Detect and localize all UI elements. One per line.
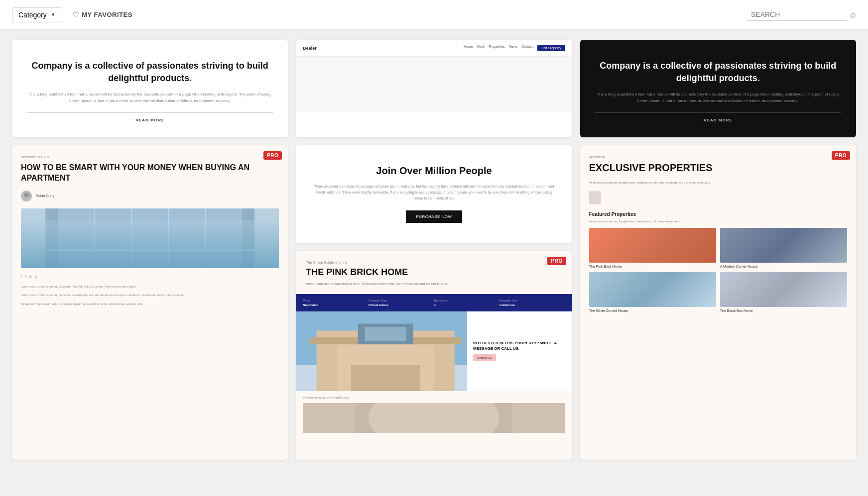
- prop-grid-name-2: A Modern Corner House: [720, 265, 847, 268]
- search-input[interactable]: [747, 8, 847, 21]
- dealer-nav-news[interactable]: News: [509, 45, 518, 51]
- exclusive-pro-badge: PRO: [832, 151, 850, 160]
- header-left: Category ▼ ♡ MY FAVORITES: [12, 7, 132, 22]
- prop-detail-bedrooms: Bedrooms 4: [434, 299, 499, 306]
- twitter-icon[interactable]: t: [25, 274, 26, 279]
- blog-lorem-long: Lorem ipsum dolor sit amet, consectetur …: [21, 293, 279, 298]
- blog-pro-badge: PRO: [263, 151, 282, 160]
- prop-contact-title: INTERESTED IN THIS PROPERTY? WRITE A MES…: [473, 341, 566, 351]
- blog-lorem-extra: Neque porro quisquam est, qui dolorem ip…: [21, 302, 279, 307]
- dealer-nav-work[interactable]: Work: [477, 45, 485, 51]
- prop-grid-item-2[interactable]: A Modern Corner House: [720, 228, 847, 268]
- favorites-button[interactable]: ♡ MY FAVORITES: [72, 10, 132, 19]
- blog-lorem-short: Lorem ipsum dolor sit amet, Consetur Adl…: [21, 285, 279, 290]
- prop-grid-img-black-box: [720, 272, 847, 307]
- dealer-nav-properties[interactable]: Properties: [489, 45, 505, 51]
- exclusive-desc: Vestibulum accumsan fringilla sem. Vesti…: [589, 181, 847, 186]
- blog-social: f t in p: [21, 274, 279, 279]
- company-black-readmore[interactable]: READ MORE: [595, 112, 841, 122]
- svg-point-1: [22, 198, 30, 201]
- prop-grid-item-4[interactable]: The Black Box Home: [720, 272, 847, 312]
- card-dealer[interactable]: Dealer Home Work Properties News Contact…: [296, 40, 572, 137]
- dealer-logo: Dealer: [303, 46, 317, 51]
- prop-footer-building: [303, 403, 565, 433]
- card-exclusive[interactable]: PRO AppInfo to EXCLUSIVE PROPERTIES Vest…: [580, 145, 856, 460]
- card-company-black[interactable]: Company is a collective of passionates s…: [580, 40, 856, 137]
- card-join[interactable]: Join Over Million People There are many …: [296, 145, 572, 243]
- prop-contact-button[interactable]: Contact Us: [473, 354, 496, 361]
- property-pro-badge: PRO: [547, 257, 566, 265]
- prop-type-label: Property Type: [369, 299, 434, 302]
- dealer-nav-contact[interactable]: Contact: [521, 45, 533, 51]
- exclusive-title: EXCLUSIVE PROPERTIES: [589, 162, 847, 174]
- prop-grid-img-modern-corner: [720, 228, 847, 263]
- svg-point-0: [24, 193, 29, 198]
- heart-icon: ♡: [72, 10, 79, 19]
- dealer-cta-button[interactable]: List Property: [537, 45, 565, 51]
- search-icon[interactable]: ⌕: [851, 9, 856, 20]
- blog-title: HOW TO BE SMART WITH YOUR MONEY WHEN BUY…: [21, 163, 279, 184]
- prop-footer: Vestibulum accumsan fringilla sem.: [296, 391, 572, 438]
- join-title: Join Over Million People: [311, 165, 557, 177]
- prop-grid-name-1: The Pink Brick Home: [589, 265, 716, 268]
- prop-detail-type: Property Type Private House: [369, 299, 434, 306]
- prop-image-section: INTERESTED IN THIS PROPERTY? WRITE A MES…: [296, 311, 572, 391]
- chevron-down-icon: ▼: [51, 12, 56, 17]
- dealer-body: [296, 57, 572, 111]
- main-grid: Company is a collective of passionates s…: [0, 30, 868, 470]
- dealer-nav: Home Work Properties News Contact List P…: [464, 45, 565, 51]
- prop-house-image: [296, 311, 475, 391]
- prop-desc: Vestibulum accumsan fringilla sem. Vesti…: [306, 282, 562, 287]
- linkedin-icon[interactable]: in: [29, 274, 32, 279]
- card-blog[interactable]: PRO November 03, 2019 HOW TO BE SMART WI…: [12, 145, 288, 460]
- blog-author: Robin Curry: [21, 191, 279, 201]
- pinterest-icon[interactable]: p: [35, 274, 37, 279]
- prop-grid-name-3: The White Curved House: [589, 309, 716, 312]
- company-white-body: It is a long established fact that a rea…: [27, 92, 273, 104]
- search-area: ⌕: [747, 8, 856, 21]
- prop-price-value: Negotiable: [303, 303, 369, 306]
- prop-title: THE PINK BRICK HOME: [306, 267, 562, 278]
- company-black-title: Company is a collective of passionates s…: [595, 60, 841, 85]
- blog-date: November 03, 2019: [21, 155, 279, 159]
- prop-size-label: Property Size: [499, 299, 565, 302]
- svg-point-23: [369, 403, 499, 433]
- prop-grid-name-4: The Black Box Home: [720, 309, 847, 312]
- prop-detail-size: Property Size Contact us: [499, 299, 565, 306]
- favorites-label: MY FAVORITES: [82, 11, 132, 18]
- company-white-title: Company is a collective of passionates s…: [27, 60, 273, 85]
- featured-props-title: Featured Properties: [589, 211, 847, 217]
- svg-rect-20: [365, 327, 406, 341]
- prop-grid-img-white-curved: [589, 272, 716, 307]
- category-label: Category: [18, 11, 47, 19]
- card-company-white[interactable]: Company is a collective of passionates s…: [12, 40, 288, 137]
- prop-bedrooms-label: Bedrooms: [434, 299, 499, 302]
- prop-footer-text: Vestibulum accumsan fringilla sem.: [303, 396, 565, 399]
- blog-image: [21, 208, 279, 268]
- company-white-readmore[interactable]: READ MORE: [27, 112, 273, 122]
- prop-header: The Online Solution for the THE PINK BRI…: [296, 251, 572, 294]
- purchase-button[interactable]: PURCHASE NOW: [406, 210, 462, 223]
- author-avatar: [21, 191, 32, 201]
- card-property[interactable]: PRO The Online Solution for the THE PINK…: [296, 251, 572, 460]
- prop-price-label: Price: [303, 299, 369, 302]
- dealer-header: Dealer Home Work Properties News Contact…: [296, 40, 572, 57]
- prop-size-value: Contact us: [499, 303, 565, 306]
- prop-main-image: [296, 311, 475, 391]
- prop-footer-image: [303, 403, 565, 433]
- exclusive-eyebrow: AppInfo to: [589, 155, 847, 159]
- middle-column: Join Over Million People There are many …: [296, 145, 572, 460]
- prop-grid: The Pink Brick Home A Modern Corner Hous…: [589, 228, 847, 312]
- dealer-nav-home[interactable]: Home: [464, 45, 473, 51]
- prop-category: The Online Solution for the: [306, 261, 562, 264]
- prop-grid-item-1[interactable]: The Pink Brick Home: [589, 228, 716, 268]
- facebook-icon[interactable]: f: [21, 274, 22, 279]
- prop-grid-img-pink-brick: [589, 228, 716, 263]
- company-black-body: It is a long established fact that a rea…: [595, 92, 841, 104]
- svg-rect-18: [351, 365, 420, 391]
- prop-bedrooms-value: 4: [434, 303, 499, 306]
- prop-grid-item-3[interactable]: The White Curved House: [589, 272, 716, 312]
- exclusive-house-icon: [589, 191, 601, 204]
- header: Category ▼ ♡ MY FAVORITES ⌕: [0, 0, 868, 30]
- category-dropdown[interactable]: Category ▼: [12, 7, 62, 22]
